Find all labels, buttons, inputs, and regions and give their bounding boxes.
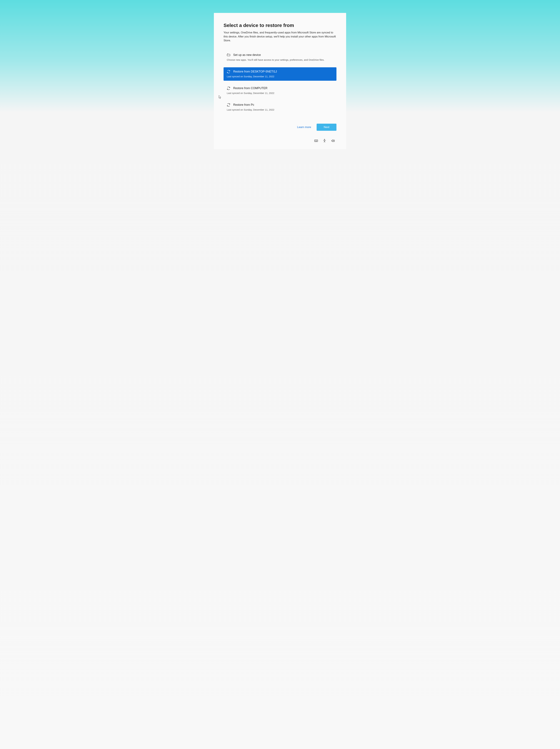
svg-rect-1 [315,140,318,142]
next-button[interactable]: Next [317,124,336,131]
option-restore-computer[interactable]: Restore from COMPUTER Last synced on Sun… [224,84,336,97]
svg-point-7 [324,139,325,140]
learn-more-link[interactable]: Learn more [297,126,311,129]
option-subtitle: Choose new apps. You'll still have acces… [227,58,333,62]
sync-icon [227,103,230,107]
option-subtitle: Last synced on Sunday, December 11, 2022 [227,108,333,111]
svg-marker-8 [332,140,333,142]
page-title: Select a device to restore from [224,23,336,28]
keyboard-icon[interactable] [314,139,318,143]
option-header: Restore from Pc [227,103,333,107]
footer-actions: Learn more Next [224,124,336,131]
option-header: Restore from COMPUTER [227,87,333,90]
taskbar-tray [224,139,336,143]
mouse-cursor-icon [219,95,222,99]
option-restore-desktop-5neti1j[interactable]: Restore from DESKTOP-5NETI1J Last synced… [224,67,336,81]
option-title: Restore from DESKTOP-5NETI1J [233,70,277,73]
option-subtitle: Last synced on Sunday, December 11, 2022 [227,91,333,95]
option-header: Restore from DESKTOP-5NETI1J [227,70,333,73]
device-new-icon [227,53,230,57]
page-subtitle: Your settings, OneDrive files, and frequ… [224,31,336,43]
option-subtitle: Last synced on Sunday, December 11, 2022 [227,75,333,78]
sync-icon [227,87,230,90]
accessibility-icon[interactable] [322,139,327,143]
option-new-device[interactable]: Set up as new device Choose new apps. Yo… [224,51,336,64]
option-title: Set up as new device [233,53,261,57]
svg-rect-0 [227,54,230,56]
option-title: Restore from Pc [233,103,254,107]
device-options-list: Set up as new device Choose new apps. Yo… [224,51,336,114]
sync-icon [227,70,230,73]
option-title: Restore from COMPUTER [233,87,267,90]
volume-icon[interactable] [331,139,335,143]
oobe-restore-card: Select a device to restore from Your set… [214,13,346,149]
option-header: Set up as new device [227,53,333,57]
option-restore-pc[interactable]: Restore from Pc Last synced on Sunday, D… [224,101,336,114]
